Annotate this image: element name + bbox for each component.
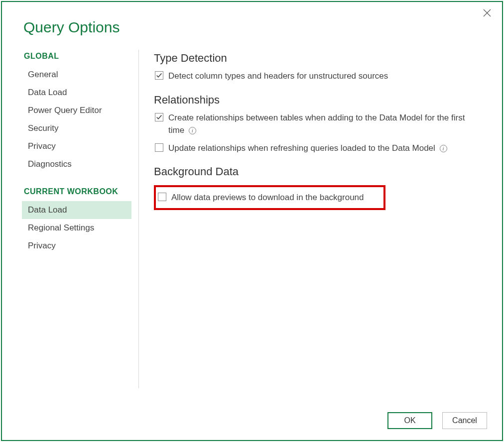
sidebar-section-global: GLOBAL (22, 52, 138, 61)
sidebar-item-power-query-editor[interactable]: Power Query Editor (22, 102, 131, 119)
info-icon[interactable]: i (440, 145, 447, 152)
label-allow-background: Allow data previews to download in the b… (171, 191, 364, 204)
sidebar-item-security[interactable]: Security (22, 119, 131, 137)
heading-type-detection: Type Detection (154, 52, 482, 65)
label-detect-types: Detect column types and headers for unst… (168, 70, 388, 83)
checkbox-create-relationships[interactable] (155, 113, 163, 121)
label-create-relationships: Create relationships between tables when… (168, 111, 482, 137)
dialog-title: Query Options (2, 2, 502, 36)
sidebar-item-regional-settings[interactable]: Regional Settings (22, 219, 131, 237)
sidebar-item-general[interactable]: General (22, 66, 131, 84)
ok-button[interactable]: OK (387, 412, 432, 429)
sidebar-item-privacy-global[interactable]: Privacy (22, 137, 131, 155)
sidebar-item-diagnostics[interactable]: Diagnostics (22, 155, 131, 173)
sidebar-section-current-workbook: CURRENT WORKBOOK (22, 187, 138, 196)
sidebar: GLOBAL General Data Load Power Query Edi… (2, 50, 139, 388)
heading-relationships: Relationships (154, 94, 482, 107)
info-icon[interactable]: i (189, 127, 196, 134)
sidebar-item-privacy-workbook[interactable]: Privacy (22, 237, 131, 255)
highlight-box: Allow data previews to download in the b… (154, 185, 385, 210)
checkbox-update-relationships[interactable] (155, 143, 163, 152)
close-icon[interactable] (483, 9, 493, 19)
checkbox-detect-types[interactable] (155, 71, 163, 80)
query-options-dialog: Query Options GLOBAL General Data Load P… (1, 1, 503, 441)
heading-background-data: Background Data (154, 165, 482, 178)
dialog-footer: OK Cancel (387, 412, 487, 429)
cancel-button[interactable]: Cancel (442, 412, 487, 429)
sidebar-item-data-load-workbook[interactable]: Data Load (22, 201, 131, 219)
sidebar-item-data-load-global[interactable]: Data Load (22, 84, 131, 102)
content-panel: Type Detection Detect column types and h… (139, 50, 502, 388)
label-update-relationships: Update relationships when refreshing que… (168, 142, 447, 155)
checkbox-allow-background[interactable] (158, 193, 166, 201)
